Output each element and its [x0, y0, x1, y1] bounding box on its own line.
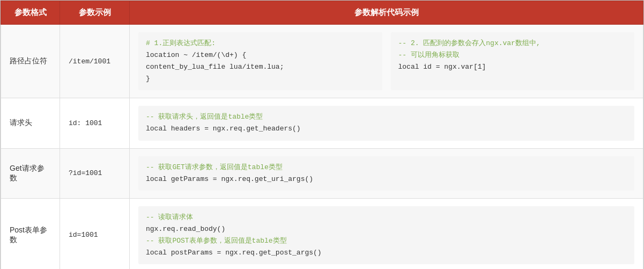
- cell-type: Post表单参数: [1, 198, 60, 269]
- cell-type: Get请求参数: [1, 148, 60, 198]
- header-col-code: 参数解析代码示例: [130, 1, 643, 25]
- table-row: 请求头id: 1001-- 获取请求头，返回值是table类型local hea…: [1, 98, 643, 148]
- cell-example: id=1001: [60, 198, 130, 269]
- cell-code: -- 获取请求头，返回值是table类型local headers = ngx.…: [130, 98, 643, 148]
- cell-example: id: 1001: [60, 98, 130, 148]
- cell-code: -- 获取GET请求参数，返回值是table类型local getParams …: [130, 148, 643, 198]
- table-row: 路径占位符/item/1001# 1.正则表达式匹配:location ~ /i…: [1, 25, 643, 98]
- code-left: # 1.正则表达式匹配:location ~ /item/(\d+) { con…: [138, 32, 382, 90]
- table-header-row: 参数格式 参数示例 参数解析代码示例: [1, 1, 643, 25]
- cell-type: 请求头: [1, 98, 60, 148]
- cell-code-split: # 1.正则表达式匹配:location ~ /item/(\d+) { con…: [130, 25, 643, 98]
- cell-type: 路径占位符: [1, 25, 60, 98]
- code-right: -- 2. 匹配到的参数会存入ngx.var数组中,-- 可以用角标获取loca…: [391, 32, 635, 90]
- main-table-container: 参数格式 参数示例 参数解析代码示例 路径占位符/item/1001# 1.正则…: [0, 0, 644, 269]
- cell-code: -- 读取请求体ngx.req.read_body()-- 获取POST表单参数…: [130, 198, 643, 269]
- header-col-type: 参数格式: [1, 1, 60, 25]
- header-col-example: 参数示例: [60, 1, 130, 25]
- cell-example: ?id=1001: [60, 148, 130, 198]
- table-row: Post表单参数id=1001-- 读取请求体ngx.req.read_body…: [1, 198, 643, 269]
- cell-example: /item/1001: [60, 25, 130, 98]
- table-row: Get请求参数?id=1001-- 获取GET请求参数，返回值是table类型l…: [1, 148, 643, 198]
